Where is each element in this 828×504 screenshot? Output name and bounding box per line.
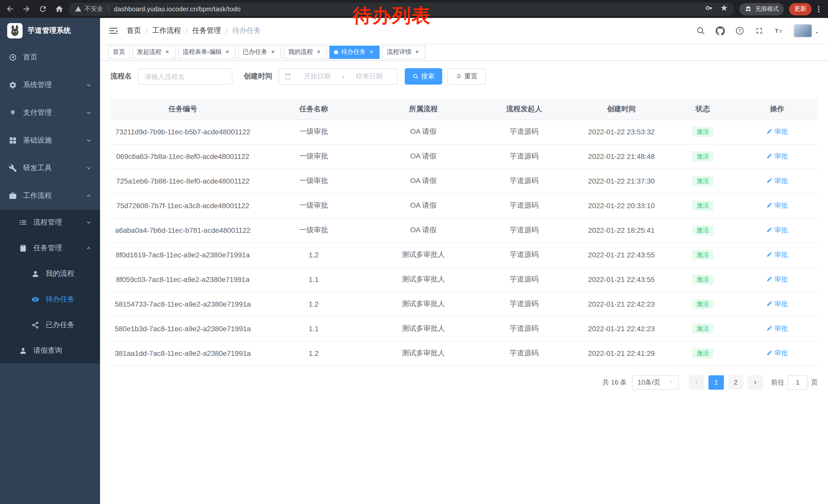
tab-label: 首页 (113, 48, 125, 56)
screen: 不安全 dashboard.yudao.iocoder.cn/bpm/task/… (0, 0, 828, 504)
created-cell: 2022-01-22 23:53:32 (574, 120, 669, 144)
approve-button[interactable]: 审批 (766, 226, 788, 235)
search-icon[interactable] (696, 26, 705, 35)
sidebar-item-infrastructure[interactable]: 基础设施 (0, 127, 100, 154)
table-row: 8f059c03-7ac8-11ec-a9e2-a2380e71991a1.1测… (110, 267, 818, 292)
status-cell: 激活 (669, 292, 736, 316)
page-button-1[interactable]: 1 (708, 375, 724, 390)
prev-page-button[interactable] (689, 375, 704, 390)
tab-done-tasks[interactable]: 已办任务× (238, 45, 281, 59)
sidebar-toggle-icon[interactable] (108, 26, 119, 36)
action-cell: 审批 (736, 193, 818, 218)
column-header: 操作 (736, 99, 818, 120)
approve-button[interactable]: 审批 (766, 275, 788, 284)
sidebar-item-dev-tools[interactable]: 研发工具 (0, 154, 100, 182)
task-id-cell: 73211d9d-7b9b-11ec-b5b7-acde48001122 (110, 120, 255, 144)
approve-button[interactable]: 审批 (766, 300, 788, 309)
share-icon (31, 321, 40, 329)
chevron-down-icon (86, 82, 92, 88)
task-id-cell: 069c6a63-7b8a-11ec-8ef0-acde48001122 (110, 144, 255, 169)
gear-icon (8, 81, 17, 89)
sidebar-item-task-mgmt[interactable]: 任务管理 (0, 235, 100, 261)
approve-label: 审批 (774, 250, 788, 260)
fullscreen-icon[interactable] (755, 26, 764, 35)
forward-icon[interactable] (22, 4, 31, 13)
sidebar-item-my-process[interactable]: 我的流程 (0, 261, 100, 287)
action-cell: 审批 (736, 144, 818, 169)
close-icon[interactable]: × (413, 48, 421, 56)
briefcase-icon (8, 191, 17, 200)
status-badge: 激活 (692, 299, 714, 309)
yen-icon: ¥ (8, 108, 17, 117)
status-cell: 激活 (669, 218, 736, 242)
task-name-cell: 一级审批 (255, 144, 372, 169)
search-button[interactable]: 搜索 (405, 68, 442, 85)
tab-process-form-edit[interactable]: 流程表单-编辑× (178, 45, 236, 59)
font-size-icon[interactable]: TT (774, 26, 783, 35)
page-size-select[interactable]: 10条/页 (632, 375, 679, 390)
created-cell: 2022-01-21 22:41:29 (574, 341, 669, 366)
sidebar-item-leave-query[interactable]: 请假查询 (0, 338, 100, 364)
breadcrumb-item[interactable]: 工作流程 (152, 26, 181, 35)
user-avatar[interactable] (794, 24, 820, 37)
app-logo: 芋道管理系统 (0, 18, 100, 44)
close-icon[interactable]: × (164, 48, 171, 56)
close-icon[interactable]: × (224, 48, 231, 56)
approve-button[interactable]: 审批 (766, 250, 788, 260)
tab-my-process[interactable]: 我的流程× (284, 45, 327, 59)
svg-text:¥: ¥ (10, 109, 15, 116)
process-name-input[interactable] (138, 68, 233, 85)
update-button[interactable]: 更新 (789, 3, 812, 15)
grid-icon (8, 136, 17, 145)
sidebar-item-label: 待办任务 (46, 295, 74, 304)
bookmark-star-icon[interactable] (720, 4, 728, 14)
goto-page-input[interactable] (787, 375, 808, 390)
home-icon[interactable] (54, 4, 64, 13)
status-cell: 激活 (669, 144, 736, 169)
approve-button[interactable]: 审批 (766, 201, 788, 210)
approve-button[interactable]: 审批 (766, 324, 788, 333)
question-icon[interactable]: ? (735, 26, 744, 35)
sidebar-item-process-mgmt[interactable]: 流程管理 (0, 210, 100, 235)
approve-label: 审批 (774, 349, 788, 358)
process-cell: 测试多审批人 (372, 292, 474, 316)
approve-label: 审批 (774, 300, 788, 309)
approve-button[interactable]: 审批 (766, 176, 788, 186)
github-icon[interactable] (716, 26, 725, 35)
edit-icon (766, 251, 772, 259)
tab-start-process[interactable]: 发起流程× (132, 45, 175, 59)
next-page-button[interactable] (747, 375, 763, 390)
sidebar-item-todo-tasks[interactable]: 待办任务 (0, 287, 100, 312)
reset-button[interactable]: 重置 (447, 68, 486, 85)
sidebar-item-home[interactable]: 首页 (0, 44, 100, 71)
tab-home[interactable]: 首页 (108, 45, 130, 59)
approve-button[interactable]: 审批 (766, 349, 788, 358)
close-icon[interactable]: × (315, 48, 322, 56)
tab-process-detail[interactable]: 流程详情× (382, 45, 425, 59)
status-cell: 激活 (669, 169, 736, 193)
sidebar-item-system-mgmt[interactable]: 系统管理 (0, 71, 100, 99)
tab-todo-tasks[interactable]: 待办任务× (329, 45, 380, 59)
page-button-2[interactable]: 2 (728, 375, 743, 390)
range-separator: - (340, 73, 346, 80)
breadcrumb-item[interactable]: 任务管理 (192, 26, 221, 35)
created-cell: 2022-01-22 21:48:48 (574, 144, 669, 169)
menu-dots-icon[interactable] (815, 5, 823, 13)
close-icon[interactable]: × (269, 48, 277, 56)
initiator-cell: 芋道源码 (474, 292, 574, 316)
sidebar-item-payment-mgmt[interactable]: ¥支付管理 (0, 99, 100, 127)
tab-label: 我的流程 (288, 48, 313, 56)
edit-icon (766, 177, 772, 185)
key-icon[interactable] (705, 4, 713, 14)
reload-icon[interactable] (38, 4, 47, 13)
date-range-picker[interactable]: 开始日期 - 结束日期 (279, 68, 398, 85)
breadcrumb-item[interactable]: 首页 (127, 26, 141, 35)
sidebar-item-workflow[interactable]: 工作流程 (0, 182, 100, 210)
security-chip[interactable]: 不安全 (75, 5, 103, 13)
back-icon[interactable] (5, 4, 14, 13)
close-icon[interactable]: × (368, 48, 375, 56)
sidebar-item-done-tasks[interactable]: 已办任务 (0, 312, 100, 338)
approve-button[interactable]: 审批 (766, 127, 788, 136)
warning-icon (75, 6, 82, 12)
approve-button[interactable]: 审批 (766, 152, 788, 161)
